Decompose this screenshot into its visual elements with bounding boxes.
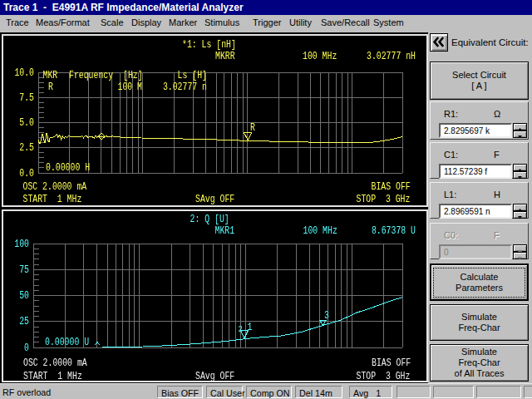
svg-text:OSC 2.0000 mA: OSC 2.0000 mA — [23, 181, 87, 193]
svg-text:2: Q [U]: 2: Q [U] — [190, 214, 229, 225]
svg-text:25: 25 — [19, 316, 29, 328]
svg-text:MKR: MKR — [43, 70, 58, 81]
svg-text:MKRR: MKRR — [215, 51, 235, 62]
svg-text:100: 100 — [14, 239, 29, 250]
svg-text:START 1 MHz: START 1 MHz — [23, 371, 82, 382]
svg-text:3: 3 — [324, 310, 329, 322]
svg-text:100 MHz: 100 MHz — [303, 225, 337, 237]
svg-text:2.5: 2.5 — [19, 142, 34, 154]
svg-text:SAvg OFF: SAvg OFF — [195, 371, 234, 382]
svg-text:100 MHz: 100 MHz — [303, 51, 337, 62]
svg-text:50: 50 — [19, 290, 29, 302]
svg-text:100 M: 100 M — [118, 81, 143, 93]
svg-text:8.67378 U: 8.67378 U — [372, 225, 416, 237]
svg-text:10.0: 10.0 — [14, 67, 34, 79]
svg-text:7.5: 7.5 — [19, 92, 34, 104]
svg-text:5.0: 5.0 — [19, 117, 34, 129]
svg-text:3.02777 nH: 3.02777 nH — [367, 51, 416, 62]
svg-text:75: 75 — [19, 264, 29, 276]
svg-text:0.0: 0.0 — [19, 168, 34, 180]
svg-text:START 1 MHz: START 1 MHz — [23, 194, 82, 205]
svg-text:[Hz]: [Hz] — [123, 70, 143, 81]
svg-text:0.00000 H: 0.00000 H — [46, 162, 90, 174]
svg-text:STOP 3 GHz: STOP 3 GHz — [357, 371, 411, 382]
svg-text:R: R — [48, 81, 53, 93]
svg-text:*1: Ls [nH]: *1: Ls [nH] — [182, 39, 236, 51]
svg-text:0: 0 — [24, 342, 29, 354]
svg-text:3.02777 n: 3.02777 n — [163, 81, 207, 93]
svg-text:Frequency: Frequency — [69, 70, 113, 81]
svg-text:Ls [H]: Ls [H] — [178, 70, 207, 81]
svg-text:OSC 2.0000 mA: OSC 2.0000 mA — [23, 357, 87, 369]
svg-text:BIAS OFF: BIAS OFF — [372, 181, 411, 193]
svg-text:SAvg OFF: SAvg OFF — [195, 194, 234, 205]
svg-text:R: R — [250, 122, 255, 134]
svg-text:0.00000 U: 0.00000 U — [45, 337, 89, 348]
svg-text:STOP 3 GHz: STOP 3 GHz — [357, 194, 411, 205]
svg-text:1: 1 — [248, 322, 253, 333]
svg-text:MKR1: MKR1 — [215, 225, 235, 237]
svg-text:BIAS OFF: BIAS OFF — [372, 357, 411, 369]
svg-text:2: 2 — [239, 324, 243, 334]
